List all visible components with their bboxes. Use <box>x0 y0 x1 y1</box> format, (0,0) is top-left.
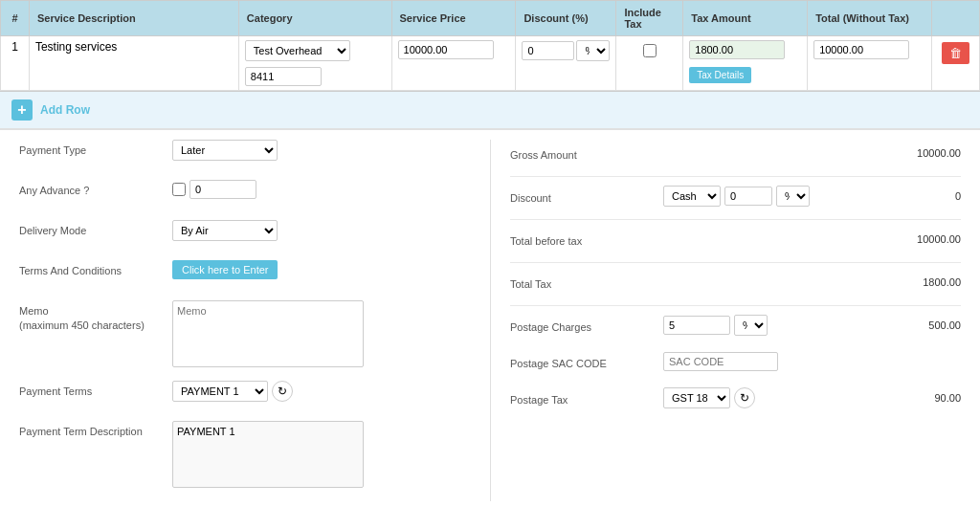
sac-code-control <box>663 352 884 371</box>
include-tax-cell <box>616 36 683 91</box>
category-select[interactable]: Test Overhead <box>245 40 350 61</box>
payment-terms-label: Payment Terms <box>19 381 172 399</box>
payment-terms-control: PAYMENT 1 ↻ <box>172 381 471 402</box>
form-right: Gross Amount 10000.00 Discount Cash % 0 <box>490 140 980 501</box>
col-header-tax: Tax Amount <box>683 1 808 36</box>
postage-tax-select[interactable]: GST 18 <box>663 387 730 408</box>
price-input[interactable] <box>398 40 494 59</box>
terms-control: Click here to Enter <box>172 260 471 279</box>
total-tax-value: 1800.00 <box>884 276 961 288</box>
sac-code-label: Postage SAC CODE <box>510 354 663 369</box>
advance-label: Any Advance ? <box>19 180 172 198</box>
col-header-desc: Service Description <box>29 1 238 36</box>
discount-row: Discount Cash % 0 <box>510 183 961 209</box>
advance-checkbox[interactable] <box>172 183 186 196</box>
payment-desc-control: PAYMENT 1 <box>172 421 471 488</box>
delivery-row: Delivery Mode By Air <box>19 220 471 247</box>
discount-percent-select[interactable]: % <box>776 186 810 207</box>
row-num: 1 <box>1 36 30 91</box>
add-row-label[interactable]: Add Row <box>40 103 90 117</box>
add-row-button[interactable]: + <box>11 99 33 121</box>
advance-control <box>172 180 471 199</box>
gross-label: Gross Amount <box>510 145 663 161</box>
postage-tax-refresh-button[interactable]: ↻ <box>734 387 755 408</box>
action-cell: 🗑 <box>931 36 979 91</box>
postage-value: 500.00 <box>884 319 961 331</box>
col-header-num: # <box>1 1 30 36</box>
col-header-cat: Category <box>238 1 391 36</box>
tax-amount-input[interactable] <box>689 40 785 59</box>
discount-num-input[interactable] <box>724 187 772 206</box>
postage-label: Postage Charges <box>510 318 663 333</box>
advance-input[interactable] <box>189 180 256 199</box>
advance-row: Any Advance ? <box>19 180 471 207</box>
desc-cell: Testing services <box>29 36 238 91</box>
form-left: Payment Type Later Any Advance ? Deliver… <box>0 140 490 501</box>
payment-type-row: Payment Type Later <box>19 140 471 166</box>
terms-button[interactable]: Click here to Enter <box>172 260 278 279</box>
table-section: # Service Description Category Service P… <box>0 0 980 91</box>
sac-input[interactable] <box>245 67 322 86</box>
total-before-tax-row: Total before tax 10000.00 <box>510 226 961 253</box>
postage-tax-row: Postage Tax GST 18 ↻ 90.00 <box>510 385 961 411</box>
delivery-label: Delivery Mode <box>19 220 172 238</box>
delivery-select[interactable]: By Air <box>172 220 278 241</box>
memo-textarea[interactable] <box>172 300 364 367</box>
postage-num-input[interactable] <box>663 316 730 335</box>
terms-label: Terms And Conditions <box>19 260 172 278</box>
col-header-include-tax: Include Tax <box>616 1 683 36</box>
total-tax-label: Total Tax <box>510 275 663 290</box>
sac-code-input[interactable] <box>663 352 778 371</box>
price-cell <box>391 36 516 91</box>
total-input[interactable] <box>813 40 909 59</box>
total-before-tax-value: 10000.00 <box>884 233 961 245</box>
total-tax-row: Total Tax 1800.00 <box>510 269 961 296</box>
terms-row: Terms And Conditions Click here to Enter <box>19 260 471 287</box>
memo-label: Memo (maximum 450 characters) <box>19 300 172 334</box>
total-before-tax-label: Total before tax <box>510 231 663 247</box>
form-section: Payment Type Later Any Advance ? Deliver… <box>0 128 980 506</box>
total-cell <box>808 36 932 91</box>
payment-terms-select[interactable]: PAYMENT 1 <box>172 381 268 402</box>
gross-row: Gross Amount 10000.00 <box>510 140 961 166</box>
delivery-control: By Air <box>172 220 471 241</box>
payment-type-select[interactable]: Later <box>172 140 278 161</box>
col-header-discount: Discount (%) <box>516 1 616 36</box>
postage-control: % <box>663 315 884 336</box>
memo-row: Memo (maximum 450 characters) <box>19 300 471 367</box>
discount-value: 0 <box>884 190 961 202</box>
payment-terms-row: Payment Terms PAYMENT 1 ↻ <box>19 381 471 407</box>
tax-cell: Tax Details <box>683 36 808 91</box>
payment-desc-row: Payment Term Description PAYMENT 1 <box>19 421 471 488</box>
discount-type-select[interactable]: Cash <box>663 186 721 207</box>
payment-type-control: Later <box>172 140 471 161</box>
col-header-price: Service Price <box>391 1 516 36</box>
sac-code-row: Postage SAC CODE <box>510 348 961 375</box>
payment-desc-label: Payment Term Description <box>19 421 172 439</box>
table-row: 1 Testing services Test Overhead <box>1 36 980 91</box>
payment-terms-refresh-button[interactable]: ↻ <box>272 381 293 402</box>
gross-value: 10000.00 <box>884 147 961 159</box>
main-container: # Service Description Category Service P… <box>0 0 980 506</box>
discount-input[interactable] <box>522 41 574 60</box>
postage-tax-value: 90.00 <box>884 392 961 404</box>
discount-summary-control: Cash % <box>663 186 884 207</box>
postage-tax-label: Postage Tax <box>510 390 663 406</box>
payment-desc-textarea[interactable]: PAYMENT 1 <box>172 421 364 488</box>
delete-row-button[interactable]: 🗑 <box>942 42 969 64</box>
col-header-action <box>931 1 979 36</box>
desc-text: Testing services <box>35 40 233 54</box>
discount-cell: % <box>516 36 616 91</box>
postage-tax-control: GST 18 ↻ <box>663 387 884 408</box>
add-row-section: + Add Row <box>0 91 980 128</box>
discount-unit-select[interactable]: % <box>576 40 610 61</box>
col-header-total: Total (Without Tax) <box>808 1 932 36</box>
postage-row: Postage Charges % 500.00 <box>510 312 961 339</box>
include-tax-checkbox[interactable] <box>643 44 657 57</box>
service-table: # Service Description Category Service P… <box>0 0 980 91</box>
postage-unit-select[interactable]: % <box>734 315 768 336</box>
discount-summary-label: Discount <box>510 188 663 204</box>
memo-control <box>172 300 471 367</box>
payment-type-label: Payment Type <box>19 140 172 158</box>
tax-details-button[interactable]: Tax Details <box>689 67 751 83</box>
